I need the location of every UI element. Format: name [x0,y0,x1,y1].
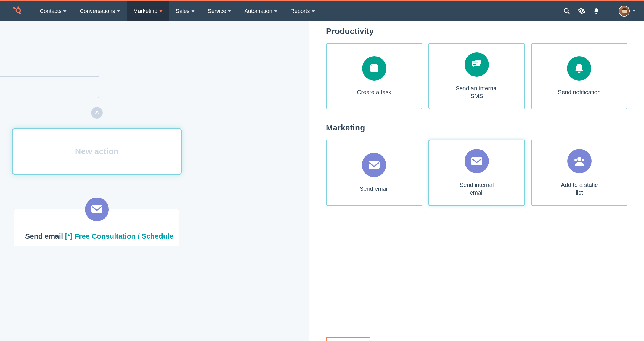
nav-item-contacts[interactable]: Contacts [33,1,73,21]
action-card-label: Add to a static list [557,181,601,197]
chevron-down-icon [274,8,277,14]
svg-point-23 [582,159,584,161]
workflow-step-icon [85,198,109,221]
svg-rect-12 [91,205,102,213]
action-card-label: Create a task [357,88,391,96]
people-icon [567,149,592,173]
marketing-cards: Send email Send internal email [326,140,627,206]
nav-item-conversations[interactable]: Conversations [73,1,127,21]
nav-item-service[interactable]: Service [201,1,238,21]
chevron-down-icon [228,8,231,14]
workflow-canvas[interactable]: New action Send email [*] Free Consultat… [0,21,309,341]
step-title-prefix: Send email [25,232,65,240]
nav-label: Automation [244,8,272,14]
chevron-down-icon [159,8,163,14]
user-avatar [619,6,630,17]
action-chooser-panel: Productivity Create a task [309,21,644,341]
action-card-internal-sms[interactable]: Send an internal SMS [428,43,525,109]
nav-item-reports[interactable]: Reports [284,1,322,21]
email-icon [362,153,386,177]
action-card-send-notification[interactable]: Send notification [531,43,627,109]
nav-right [563,6,636,17]
svg-point-9 [581,10,583,12]
task-icon [362,56,386,81]
svg-rect-20 [471,157,482,165]
svg-point-22 [574,159,577,161]
nav-label: Marketing [133,8,158,14]
nav-item-sales[interactable]: Sales [169,1,201,21]
action-card-create-task[interactable]: Create a task [326,43,422,109]
svg-point-21 [577,157,581,161]
close-icon [94,110,99,116]
nav-item-marketing[interactable]: Marketing [127,1,169,21]
sms-icon [465,52,489,77]
step-title-link[interactable]: [*] Free Consultation / Schedule [65,232,174,240]
top-nav: Contacts Conversations Marketing Sales S… [0,1,644,21]
nav-label: Reports [291,8,310,14]
svg-point-1 [17,6,19,8]
nav-items: Contacts Conversations Marketing Sales S… [33,1,322,21]
chevron-down-icon [312,8,315,14]
svg-line-5 [19,12,20,13]
action-card-label: Send email [360,185,389,193]
settings-gear-icon[interactable] [578,7,585,15]
action-card-add-to-static-list[interactable]: Add to a static list [531,140,627,206]
svg-point-7 [564,8,568,12]
logo[interactable] [0,6,33,17]
notification-bell-icon[interactable] [593,8,600,14]
nav-label: Contacts [40,8,62,14]
svg-rect-16 [475,60,481,64]
new-action-label: New action [75,147,119,156]
nav-label: Sales [176,8,190,14]
workflow-previous-step[interactable] [0,76,99,98]
nav-label: Service [208,8,226,14]
svg-rect-19 [369,161,380,169]
search-icon[interactable] [563,7,570,15]
chevron-down-icon [632,9,636,14]
main-area: New action Send email [*] Free Consultat… [0,21,644,341]
section-title-productivity: Productivity [326,26,627,36]
new-action-placeholder[interactable]: New action [12,128,182,175]
chevron-down-icon [63,8,67,14]
panel-footer-button[interactable] [326,337,370,341]
workflow-step-title: Send email [*] Free Consultation / Sched… [25,232,168,241]
nav-divider [609,6,609,16]
hubspot-logo-icon [12,6,22,17]
chevron-down-icon [117,8,120,14]
section-title-marketing: Marketing [326,123,627,132]
svg-line-8 [568,12,569,14]
email-icon [465,149,489,173]
action-card-send-email[interactable]: Send email [326,140,422,206]
svg-line-6 [14,8,17,9]
action-card-label: Send an internal SMS [455,84,499,100]
nav-label: Conversations [80,8,115,14]
remove-step-button[interactable] [91,107,103,119]
panel-footer [326,337,370,341]
nav-item-automation[interactable]: Automation [238,1,284,21]
chevron-down-icon [191,8,195,14]
account-menu[interactable] [619,6,636,17]
action-card-send-internal-email[interactable]: Send internal email [428,140,525,206]
action-card-label: Send internal email [455,181,499,197]
email-icon [91,204,103,215]
productivity-cards: Create a task Send an internal SMS [326,43,627,109]
bell-icon [567,56,591,81]
action-card-label: Send notification [558,88,601,96]
